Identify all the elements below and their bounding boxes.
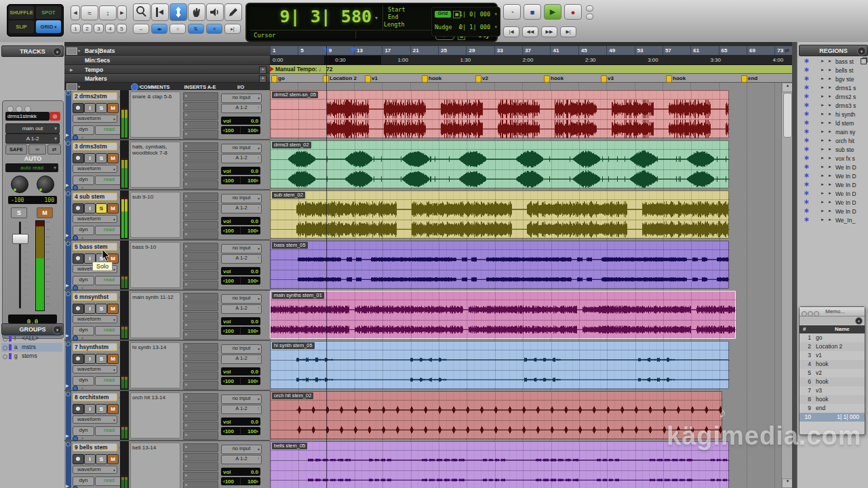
input-monitor-button[interactable]: I (84, 354, 96, 364)
mute-button[interactable]: M (107, 103, 119, 113)
input-monitor-button[interactable]: I (84, 454, 96, 464)
track-header-bellsstem[interactable]: ▶9 bells stem▾ISMwaveform▾dynread▾▲bell … (64, 441, 270, 488)
insert-slot[interactable] (183, 453, 218, 462)
midi-controls-button[interactable] (586, 14, 593, 20)
region-expand-icon[interactable]: ► (821, 85, 825, 89)
insert-slot[interactable] (183, 422, 218, 430)
automation-mode-selector[interactable]: read▾ (95, 276, 123, 285)
insert-slot[interactable] (183, 171, 218, 180)
tracks-menu-icon[interactable]: ▾ (53, 47, 62, 56)
track-view-selector[interactable]: waveform▾ (73, 466, 117, 474)
volume-display[interactable]: vol0.0 (221, 117, 260, 125)
edit-mode-slip[interactable]: SLIP (9, 20, 34, 33)
insert-slot[interactable] (183, 243, 218, 251)
region-expand2-icon[interactable]: ► (828, 147, 832, 151)
track-name-button[interactable]: 3 drms3stm (73, 142, 117, 150)
grid-caret-icon[interactable]: ▾ (494, 12, 497, 17)
insert-slot[interactable] (183, 431, 218, 440)
solo-button[interactable]: S (96, 404, 107, 414)
mirrored-midi-button[interactable]: ⇅ (188, 24, 204, 34)
selector-tool-button[interactable] (170, 3, 187, 21)
region-expand-icon[interactable]: ► (821, 147, 825, 151)
zoom-in-arrow-icon[interactable]: ▶ (117, 5, 127, 20)
track-freeze-icon[interactable] (66, 392, 71, 396)
ruler-row-label-0[interactable]: ▾Bars|Beats (64, 46, 270, 56)
return-to-zero-button[interactable]: |◀ (503, 26, 519, 37)
track-expand-icon[interactable]: ▶ (66, 383, 69, 388)
zoom-preset-3[interactable]: 3 (94, 24, 104, 33)
input-monitor-button[interactable]: I (84, 304, 96, 314)
region-expand2-icon[interactable]: ► (828, 218, 832, 222)
record-enable-button[interactable] (73, 103, 84, 113)
output-target-button[interactable]: ◎ (50, 112, 60, 121)
track-freeze-icon[interactable] (66, 342, 71, 346)
automation-mode-selector[interactable]: read▾ (95, 326, 123, 336)
dyn-button[interactable]: dyn (73, 426, 94, 436)
track-name-button[interactable]: 6 mnsynthst (73, 293, 117, 301)
output-selector[interactable]: A 1-2↑ (221, 455, 262, 464)
region-expand2-icon[interactable]: ► (828, 182, 832, 186)
record-button[interactable]: ● (564, 4, 582, 20)
automation-mode-button[interactable]: auto read▾ (5, 163, 58, 172)
region-expand-icon[interactable]: ► (821, 191, 825, 195)
solo-button[interactable]: S (96, 454, 107, 464)
insert-slot[interactable] (183, 352, 218, 361)
volume-display[interactable]: vol0.0 (221, 367, 260, 375)
track-comments[interactable]: hi synth 13-14 (130, 342, 180, 388)
track-header-drms3stm[interactable]: ▶3 drms3stm▾ISMwaveform▾dynread▾▲hats, c… (64, 140, 270, 190)
input-selector[interactable]: no input▾ (221, 194, 262, 203)
rewind-button[interactable]: ◀◀ (522, 26, 538, 37)
pan-display[interactable]: ‹100100› (221, 477, 260, 485)
region-expand2-icon[interactable]: ► (828, 77, 832, 81)
track-freeze-icon[interactable] (66, 91, 71, 96)
zoom-out-arrow-icon[interactable]: ◀ (71, 5, 80, 20)
track-elastic-icon[interactable]: ▲ (81, 235, 84, 239)
automation-mode-selector[interactable]: read▾ (95, 376, 123, 386)
clip-drms3-stem_02[interactable]: drms3 stem_02 (270, 140, 729, 188)
region-expand-icon[interactable]: ► (821, 165, 825, 169)
region-expand2-icon[interactable]: ► (828, 121, 832, 125)
memory-row-4[interactable]: 4hook (800, 360, 865, 369)
ruler-row-label-1[interactable]: Min:Secs (64, 56, 270, 65)
dyn-button[interactable]: dyn (73, 176, 94, 185)
automation-mode-selector[interactable]: read▾ (95, 476, 123, 486)
insert-slot[interactable] (183, 271, 218, 280)
track-header-mnsynthst[interactable]: ▶6 mnsynthst▾ISMwaveform▾dynread▾▲main s… (64, 291, 270, 341)
region-expand-icon[interactable]: ► (821, 68, 825, 72)
record-enable-button[interactable] (73, 153, 84, 163)
pencil-tool-button[interactable] (224, 3, 242, 21)
pan-display[interactable]: ‹100100› (221, 327, 260, 335)
track-elastic-icon[interactable]: ▲ (81, 135, 84, 139)
insert-slot[interactable] (183, 121, 218, 129)
tempo-ruler[interactable]: Manual Tempo: ♩ 72 (270, 65, 792, 74)
minsecs-ruler[interactable]: 0:000:301:001:302:002:303:003:304:00 (270, 56, 792, 65)
region-expand-icon[interactable]: ► (821, 59, 825, 63)
track-elastic-icon[interactable]: ▲ (81, 185, 84, 189)
arrange-area[interactable]: drms2 stem-sn_05drms3 stem_02sub stem_02… (270, 83, 781, 488)
pan-knob-right[interactable] (37, 176, 54, 193)
track-freeze-icon[interactable] (66, 191, 71, 196)
insert-slot[interactable] (183, 142, 218, 151)
region-expand2-icon[interactable]: ► (828, 156, 832, 160)
ruler-grid-icon[interactable] (66, 47, 77, 55)
track-timebase-icon[interactable] (73, 386, 78, 391)
track-elastic-icon[interactable]: ▲ (81, 336, 84, 340)
insert-slot[interactable] (183, 102, 218, 110)
track-view-selector[interactable]: waveform▾ (73, 315, 117, 323)
input-selector[interactable]: no input▾ (221, 394, 262, 404)
group-item-stems[interactable]: gstems (1, 352, 62, 361)
insert-slot[interactable] (183, 230, 218, 239)
expand-transport-button[interactable] (586, 5, 593, 12)
nudge-caret-icon[interactable]: ▾ (494, 24, 497, 30)
pan-display[interactable]: ‹100100› (221, 126, 260, 134)
output-mute-button[interactable]: M (37, 207, 53, 218)
input-selector[interactable]: no input▾ (221, 244, 262, 253)
nudge-value[interactable]: 0| 1| 000 (459, 24, 490, 30)
region-expand-icon[interactable]: ► (821, 209, 825, 213)
track-header-drms2stm[interactable]: ▶2 drms2stm▾ISMwaveform▾dynread▾▲snare &… (64, 90, 270, 140)
insert-slot[interactable] (183, 152, 218, 161)
input-selector[interactable]: no input▾ (221, 445, 262, 454)
mute-button[interactable]: M (107, 153, 119, 163)
edit-mode-grid[interactable]: GRID▾ (36, 20, 61, 33)
record-enable-button[interactable] (73, 454, 84, 464)
